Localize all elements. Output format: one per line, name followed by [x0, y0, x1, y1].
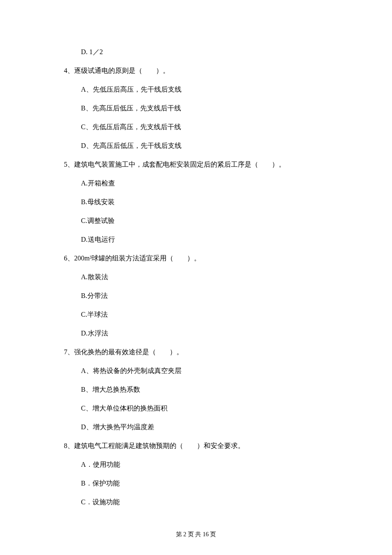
question-text: 建筑电气装置施工中，成套配电柜安装固定后的紧后工序是（ ）。	[74, 161, 285, 168]
page-footer: 第 2 页 共 16 页	[0, 530, 392, 539]
question-text: 逐级试通电的原则是（ ）。	[74, 67, 170, 74]
option-text: C、先低压后高压，先支线后干线	[64, 122, 328, 132]
document-page: D. 1／2 4、逐级试通电的原则是（ ）。 A、先低压后高压，先干线后支线 B…	[0, 0, 392, 555]
option-text: B．保护功能	[64, 478, 328, 489]
option-text: A、先低压后高压，先干线后支线	[64, 84, 328, 95]
option-text: C.半球法	[64, 309, 328, 320]
question-number: 7、	[64, 348, 74, 356]
question-number: 8、	[64, 442, 74, 449]
option-text: D.水浮法	[64, 328, 328, 338]
option-text: C.调整试验	[64, 216, 328, 226]
option-text: A、将热设备的外壳制成真空夹层	[64, 366, 328, 376]
question-stem: 6、200m³球罐的组装方法适宜采用（ ）。	[64, 253, 328, 263]
option-text: D.送电运行	[64, 234, 328, 245]
question-number: 5、	[64, 161, 74, 168]
option-text: D、增大换热平均温度差	[64, 422, 328, 432]
option-text: A.散装法	[64, 272, 328, 282]
question-text: 强化换热的最有效途径是（ ）。	[74, 348, 183, 356]
option-text: C、增大单位体积的换热面积	[64, 403, 328, 413]
question-text: 建筑电气工程能满足建筑物预期的（ ）和安全要求。	[74, 442, 245, 449]
option-text: B.母线安装	[64, 197, 328, 207]
option-text: D. 1／2	[64, 47, 328, 57]
option-text: D、先高压后低压，先干线后支线	[64, 141, 328, 151]
question-stem: 4、逐级试通电的原则是（ ）。	[64, 66, 328, 76]
question-text: 200m³球罐的组装方法适宜采用（ ）。	[74, 254, 201, 262]
question-stem: 5、建筑电气装置施工中，成套配电柜安装固定后的紧后工序是（ ）。	[64, 159, 328, 170]
question-stem: 8、建筑电气工程能满足建筑物预期的（ ）和安全要求。	[64, 441, 328, 451]
question-number: 6、	[64, 254, 74, 262]
option-text: B、增大总换热系数	[64, 384, 328, 395]
question-number: 4、	[64, 67, 74, 74]
option-text: A.开箱检查	[64, 178, 328, 188]
option-text: B.分带法	[64, 291, 328, 301]
option-text: A．使用功能	[64, 460, 328, 470]
question-stem: 7、强化换热的最有效途径是（ ）。	[64, 347, 328, 357]
option-text: B、先高压后低压，先支线后干线	[64, 103, 328, 113]
option-text: C．设施功能	[64, 497, 328, 507]
